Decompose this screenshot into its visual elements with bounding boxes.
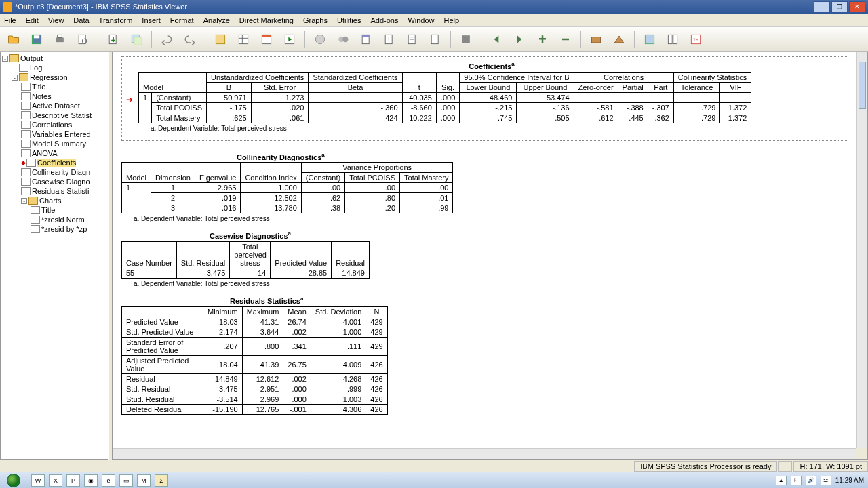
designate-icon[interactable] <box>587 30 606 49</box>
close-button[interactable]: ✕ <box>849 1 865 12</box>
tray-icon[interactable]: ▲ <box>776 476 787 485</box>
run-icon[interactable] <box>280 30 299 49</box>
task-excel-icon[interactable]: X <box>49 474 62 487</box>
residuals-table: MinimumMaximum MeanStd. DeviationN Predi… <box>121 306 388 415</box>
print-icon[interactable] <box>50 30 69 49</box>
task-word-icon[interactable]: W <box>31 474 45 487</box>
task-explorer-icon[interactable]: ▭ <box>119 474 133 487</box>
tray-icon[interactable]: 🔊 <box>806 476 816 485</box>
menu-data[interactable]: Data <box>73 16 89 24</box>
clock[interactable]: 11:29 AM <box>835 476 864 484</box>
tree-active[interactable]: Active Dataset <box>2 101 106 110</box>
svg-rect-10 <box>239 35 248 43</box>
tree-chart-title[interactable]: Title <box>2 205 106 215</box>
tree-charts[interactable]: -Charts <box>2 196 106 205</box>
menu-analyze[interactable]: Analyze <box>203 16 230 24</box>
insert-title-icon[interactable]: T <box>380 30 399 49</box>
recall-icon[interactable] <box>127 30 146 49</box>
status-processor: IBM SPSS Statistics Processor is ready <box>634 461 777 472</box>
menu-format[interactable]: Format <box>170 16 194 24</box>
redo-icon[interactable] <box>180 30 199 49</box>
tray-icon[interactable]: ⚐ <box>791 476 802 485</box>
task-spss-icon[interactable]: Σ <box>155 474 168 487</box>
menu-addons[interactable]: Add-ons <box>370 16 398 24</box>
tree-notes[interactable]: Notes <box>2 92 106 101</box>
goto-var-icon[interactable] <box>234 30 253 49</box>
value-labels-icon[interactable]: 1a <box>686 30 705 49</box>
select-icon[interactable] <box>311 30 330 49</box>
task-ie-icon[interactable]: e <box>102 474 115 487</box>
casewise-block[interactable]: Casewise Diagnosticsa Case Number Std. R… <box>121 230 848 287</box>
export-icon[interactable] <box>104 30 123 49</box>
promote-icon[interactable] <box>533 30 552 49</box>
svg-rect-1 <box>34 35 39 38</box>
menu-file[interactable]: File <box>4 16 16 24</box>
menubar: File Edit View Data Transform Insert For… <box>0 14 868 27</box>
casewise-footnote: a. Dependent Variable: Total perceived s… <box>134 280 848 287</box>
tree-log[interactable]: Log <box>2 63 106 73</box>
associate-icon[interactable] <box>610 30 629 49</box>
statusbar: IBM SPSS Statistics Processor is ready H… <box>0 460 868 472</box>
menu-window[interactable]: Window <box>408 16 434 24</box>
menu-direct[interactable]: Direct Marketing <box>239 16 294 24</box>
menu-edit[interactable]: Edit <box>26 16 39 24</box>
insert-text-icon[interactable] <box>403 30 422 49</box>
open-icon[interactable] <box>4 30 23 49</box>
collinearity-block[interactable]: Collinearity Diagnosticsa Model Dimensio… <box>121 152 848 223</box>
menu-help[interactable]: Help <box>444 16 460 24</box>
svg-rect-29 <box>645 35 654 43</box>
tree-regression[interactable]: -Regression <box>2 73 106 82</box>
weight-icon[interactable] <box>334 30 353 49</box>
nav-forward-icon[interactable] <box>510 30 529 49</box>
tree-title[interactable]: Title <box>2 82 106 92</box>
scrollbar-horizontal[interactable] <box>113 448 856 459</box>
casewise-table: Case Number Std. Residual Total perceive… <box>121 241 370 279</box>
task-app1-icon[interactable]: ◉ <box>84 474 98 487</box>
tree-vars[interactable]: Variables Entered <box>2 129 106 139</box>
maximize-button[interactable]: ❐ <box>831 1 848 12</box>
tree-model[interactable]: Model Summary <box>2 139 106 148</box>
outline-pane: -Output Log -Regression Title Notes Acti… <box>0 52 108 460</box>
tree-chart-zp[interactable]: *zresid by *zp <box>2 224 106 234</box>
goto-case-icon[interactable] <box>211 30 230 49</box>
tree-case[interactable]: Casewise Diagno <box>2 177 106 186</box>
tree-output[interactable]: -Output <box>2 54 106 63</box>
menu-utilities[interactable]: Utilities <box>337 16 361 24</box>
script-icon[interactable] <box>640 30 659 49</box>
tree-desc[interactable]: Descriptive Statist <box>2 110 106 120</box>
tree-chart-norm[interactable]: *zresid Norm <box>2 215 106 224</box>
coefficients-block[interactable]: ➔ Coefficientsa Model Unstandardized Coe… <box>121 56 848 141</box>
svg-point-16 <box>315 35 324 43</box>
insert-heading-icon[interactable] <box>357 30 376 49</box>
toolbar: T 1a <box>0 27 868 52</box>
coefficients-footnote: a. Dependent Variable: Total perceived s… <box>151 125 845 132</box>
scrollbar-vertical[interactable] <box>856 52 867 448</box>
tree-collin[interactable]: Collinearity Diagn <box>2 167 106 177</box>
start-button[interactable] <box>0 472 27 489</box>
residuals-block[interactable]: Residuals Statisticsa MinimumMaximum Mea… <box>121 296 848 415</box>
tree-corr[interactable]: Correlations <box>2 120 106 129</box>
preview-icon[interactable] <box>73 30 92 49</box>
task-mail-icon[interactable]: M <box>137 474 151 487</box>
svg-rect-4 <box>79 35 85 43</box>
collinearity-footnote: a. Dependent Variable: Total perceived s… <box>134 215 848 222</box>
task-ppt-icon[interactable]: P <box>66 474 80 487</box>
menu-view[interactable]: View <box>48 16 64 24</box>
menu-graphs[interactable]: Graphs <box>303 16 328 24</box>
demote-icon[interactable] <box>556 30 575 49</box>
hide-icon[interactable] <box>456 30 475 49</box>
svg-text:T: T <box>387 35 391 41</box>
nav-back-icon[interactable] <box>487 30 506 49</box>
menu-insert[interactable]: Insert <box>142 16 161 24</box>
tree-coef[interactable]: ◆Coefficients <box>2 158 106 167</box>
minimize-button[interactable]: — <box>814 1 830 12</box>
tray-icon[interactable]: ⚍ <box>821 476 831 485</box>
variables-icon[interactable] <box>257 30 276 49</box>
undo-icon[interactable] <box>157 30 176 49</box>
menu-transform[interactable]: Transform <box>99 16 133 24</box>
tree-anova[interactable]: ANOVA <box>2 148 106 158</box>
save-icon[interactable] <box>27 30 46 49</box>
insert-page-icon[interactable] <box>426 30 445 49</box>
tree-resid[interactable]: Residuals Statisti <box>2 186 106 196</box>
split-icon[interactable] <box>663 30 682 49</box>
